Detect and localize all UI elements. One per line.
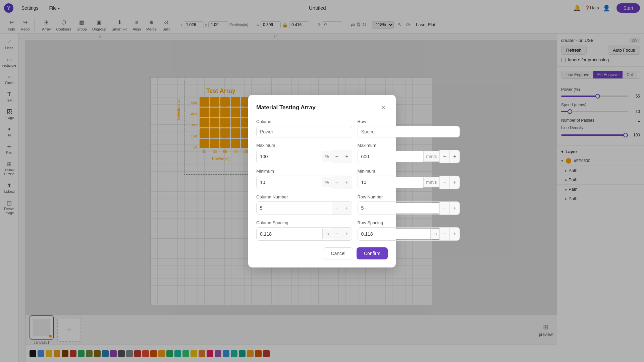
col-min-input[interactable]	[257, 177, 322, 188]
row-num-increment[interactable]: +	[449, 202, 460, 215]
row-number-group: Row Number − +	[358, 194, 460, 215]
column-group: Column	[256, 119, 352, 137]
row-min-decrement[interactable]: −	[439, 176, 449, 189]
row-spacing-increment[interactable]: +	[449, 228, 460, 240]
col-min-decrement[interactable]: −	[332, 176, 342, 189]
modal-overlay: Material Testing Array ✕ Column Row Maxi…	[0, 0, 644, 362]
row-min-unit: mm/s	[423, 177, 440, 187]
row-max-decrement[interactable]: −	[439, 150, 449, 163]
material-testing-dialog: Material Testing Array ✕ Column Row Maxi…	[248, 95, 396, 267]
row-max-input[interactable]	[358, 151, 423, 162]
row-spacing-input[interactable]	[358, 229, 431, 239]
col-number-input[interactable]	[257, 203, 332, 214]
col-min-unit: %	[322, 177, 332, 187]
cancel-button[interactable]: Cancel	[323, 247, 353, 259]
row-label: Row	[358, 119, 460, 124]
modal-close-button[interactable]: ✕	[378, 103, 388, 112]
col-num-decrement[interactable]: −	[332, 202, 342, 215]
column-label: Column	[256, 119, 352, 124]
row-min-group: Minimum mm/s − +	[358, 169, 460, 189]
row-spacing-decrement[interactable]: −	[439, 228, 449, 240]
col-number-group: Column Number − +	[256, 194, 352, 215]
col-spacing-increment[interactable]: +	[342, 228, 352, 240]
col-max-group: Maximum % − +	[256, 143, 352, 163]
row-min-label: Minimum	[358, 169, 460, 174]
col-max-increment[interactable]: +	[342, 150, 352, 163]
column-input[interactable]	[257, 126, 352, 137]
row-spacing-unit: in	[430, 229, 439, 239]
row-min-input[interactable]	[358, 177, 423, 188]
row-input[interactable]	[358, 126, 460, 137]
row-number-label: Row Number	[358, 194, 460, 199]
col-number-label: Column Number	[256, 194, 352, 199]
row-spacing-group: Row Spacing in − +	[358, 220, 460, 241]
row-max-label: Maximum	[358, 143, 460, 148]
row-max-unit: mm/s	[423, 151, 440, 162]
row-min-increment[interactable]: +	[449, 176, 460, 189]
row-num-decrement[interactable]: −	[439, 202, 449, 215]
row-max-increment[interactable]: +	[449, 150, 460, 163]
col-spacing-label: Column Spacing	[256, 220, 352, 225]
row-group: Row	[358, 119, 460, 137]
row-max-group: Maximum mm/s − +	[358, 143, 460, 163]
col-max-label: Maximum	[256, 143, 352, 148]
col-spacing-decrement[interactable]: −	[332, 228, 342, 240]
row-number-input[interactable]	[358, 203, 440, 214]
col-min-label: Minimum	[256, 169, 352, 174]
col-spacing-unit: in	[322, 229, 331, 239]
col-spacing-group: Column Spacing in − +	[256, 220, 352, 241]
col-spacing-input[interactable]	[257, 229, 322, 239]
col-num-increment[interactable]: +	[342, 202, 352, 215]
col-min-group: Minimum % − +	[256, 169, 352, 189]
modal-title: Material Testing Array	[256, 104, 316, 111]
col-max-unit: %	[322, 151, 332, 162]
col-max-input[interactable]	[257, 151, 322, 162]
col-max-decrement[interactable]: −	[332, 150, 342, 163]
col-min-increment[interactable]: +	[342, 176, 352, 189]
confirm-button[interactable]: Confirm	[357, 247, 388, 259]
row-spacing-label: Row Spacing	[358, 220, 460, 225]
